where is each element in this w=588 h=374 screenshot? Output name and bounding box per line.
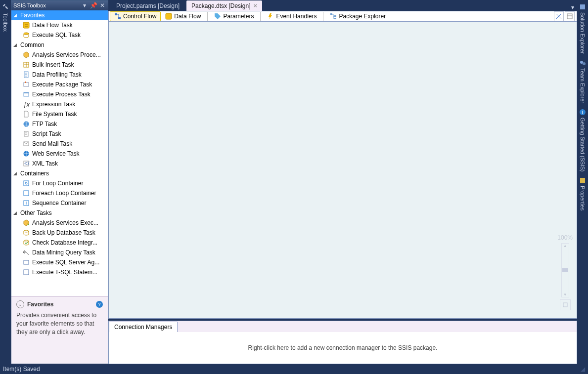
team-icon xyxy=(579,59,587,67)
svg-rect-20 xyxy=(24,260,29,264)
task-item[interactable]: FTP Task xyxy=(11,119,108,129)
toolbox-title: SSIS Toolbox xyxy=(13,2,79,8)
category-other[interactable]: ◢Other Tasks xyxy=(11,208,108,218)
separator xyxy=(260,12,261,21)
table-icon xyxy=(22,61,30,69)
connection-managers-area[interactable]: Right-click here to add a new connection… xyxy=(109,332,577,364)
db-icon xyxy=(22,229,30,237)
task-item[interactable]: Script Task xyxy=(11,129,108,139)
solution-explorer-tab[interactable]: Solution Explorer xyxy=(579,3,587,57)
dropdown-icon[interactable]: ▾ xyxy=(81,2,88,9)
fit-view-button[interactable] xyxy=(560,299,571,310)
team-explorer-tab[interactable]: Team Explorer xyxy=(579,59,587,106)
flow-icon xyxy=(114,13,121,20)
getting-started-tab[interactable]: iGetting Started (SSIS) xyxy=(579,108,587,174)
task-item[interactable]: Analysis Services Proce... xyxy=(11,50,108,60)
task-item[interactable]: Data Profiling Task xyxy=(11,70,108,80)
toolbox-title-bar[interactable]: SSIS Toolbox ▾ 📌 ✕ xyxy=(11,0,108,10)
task-item[interactable]: Execute SQL Task xyxy=(11,30,108,40)
svg-text:ƒx: ƒx xyxy=(23,101,30,108)
status-bar: Item(s) Saved ◢ xyxy=(0,364,588,374)
task-item[interactable]: ƒxExpression Task xyxy=(11,99,108,109)
svg-rect-35 xyxy=(580,178,585,183)
left-dock-strip: Toolbox xyxy=(0,0,11,364)
svg-rect-0 xyxy=(23,22,29,28)
hammer-icon xyxy=(22,249,30,256)
task-item[interactable]: Bulk Insert Task xyxy=(11,60,108,70)
svg-rect-10 xyxy=(24,131,28,136)
task-item[interactable]: Execute Process Task xyxy=(11,89,108,99)
close-icon[interactable]: × xyxy=(253,2,257,9)
task-item[interactable]: Send Mail Task xyxy=(11,139,108,149)
tab-data-flow[interactable]: Data Flow xyxy=(161,11,205,21)
task-item[interactable]: Execute SQL Server Ag... xyxy=(11,257,108,267)
svg-point-31 xyxy=(580,61,583,64)
help-icon[interactable]: ? xyxy=(96,301,103,308)
task-item[interactable]: Back Up Database Task xyxy=(11,228,108,238)
task-item[interactable]: Analysis Services Exec... xyxy=(11,218,108,228)
agent-icon xyxy=(22,258,30,266)
category-common[interactable]: ◢Common xyxy=(11,40,108,50)
cube-play-icon xyxy=(22,219,30,227)
svg-rect-15 xyxy=(24,181,29,186)
globe-icon xyxy=(22,150,30,158)
db-check-icon xyxy=(22,239,30,247)
svg-point-1 xyxy=(24,33,29,35)
separator xyxy=(323,12,323,21)
sheet-icon xyxy=(22,71,30,79)
toolbox-info-panel: ⌄ Favorites ? Provides convenient access… xyxy=(11,296,108,364)
connection-managers-panel: Connection Managers Right-click here to … xyxy=(108,321,577,364)
toolbox-toggle-button[interactable] xyxy=(565,11,575,21)
task-item[interactable]: Check Database Integr... xyxy=(11,238,108,248)
svg-rect-29 xyxy=(563,303,567,307)
properties-tab[interactable]: Properties xyxy=(579,176,587,213)
info-icon: i xyxy=(579,108,587,116)
close-icon[interactable]: ✕ xyxy=(99,2,106,9)
task-item[interactable]: Data Mining Query Task xyxy=(11,248,108,257)
task-item[interactable]: Data Flow Task xyxy=(11,20,108,30)
tab-event-handlers[interactable]: Event Handlers xyxy=(263,11,321,21)
toolbox-icon[interactable] xyxy=(1,3,9,11)
doc-tab-project-params[interactable]: Project.params [Design] xyxy=(111,0,184,11)
zoom-label: 100% xyxy=(557,234,573,241)
document-tabs: Project.params [Design] Package.dtsx [De… xyxy=(108,0,577,11)
tab-control-flow[interactable]: Control Flow xyxy=(110,11,161,21)
info-description: Provides convenient access to your favor… xyxy=(16,311,103,336)
tab-package-explorer[interactable]: Package Explorer xyxy=(325,11,390,21)
right-dock-strip: Solution Explorer Team Explorer iGetting… xyxy=(577,0,588,364)
fx-icon: ƒx xyxy=(22,100,30,108)
task-item[interactable]: Execute Package Task xyxy=(11,80,108,89)
toolbox-tree: ◢Favorites Data Flow Task Execute SQL Ta… xyxy=(11,10,108,296)
task-item[interactable]: File System Task xyxy=(11,109,108,119)
variables-button[interactable] xyxy=(554,11,564,21)
task-item[interactable]: Execute T-SQL Statem... xyxy=(11,267,108,277)
pin-icon[interactable]: 📌 xyxy=(90,2,97,9)
svg-point-18 xyxy=(24,230,29,232)
task-item[interactable]: Sequence Container xyxy=(11,198,108,208)
tab-overflow-icon[interactable]: ▾ xyxy=(571,4,574,11)
task-item[interactable]: Foreach Loop Container xyxy=(11,188,108,198)
control-flow-canvas[interactable]: 100% ▲▼ xyxy=(108,22,577,319)
doc-tab-package[interactable]: Package.dtsx [Design]× xyxy=(186,0,262,11)
svg-rect-5 xyxy=(25,82,26,83)
info-title: Favorites xyxy=(27,301,93,308)
svg-point-19 xyxy=(24,240,29,242)
zoom-slider[interactable]: ▲▼ xyxy=(561,243,569,297)
task-item[interactable]: Web Service Task xyxy=(11,149,108,159)
tsql-icon xyxy=(22,268,30,276)
connection-managers-tab[interactable]: Connection Managers xyxy=(109,322,178,332)
loop-icon xyxy=(22,179,30,187)
scroll-icon xyxy=(22,130,30,138)
solution-icon xyxy=(579,3,587,11)
designer-toolbar: Control Flow Data Flow Parameters Event … xyxy=(108,11,577,22)
task-item[interactable]: For Loop Container xyxy=(11,178,108,188)
category-favorites[interactable]: ◢Favorites xyxy=(11,10,108,20)
chevron-down-icon[interactable]: ⌄ xyxy=(16,300,24,308)
resize-grip-icon[interactable]: ◢ xyxy=(581,366,585,373)
left-dock-label[interactable]: Toolbox xyxy=(2,13,8,32)
tab-parameters[interactable]: Parameters xyxy=(210,11,258,21)
mail-icon xyxy=(22,140,30,148)
task-item[interactable]: </>XML Task xyxy=(11,159,108,168)
category-containers[interactable]: ◢Containers xyxy=(11,168,108,178)
globe-icon xyxy=(22,120,30,128)
